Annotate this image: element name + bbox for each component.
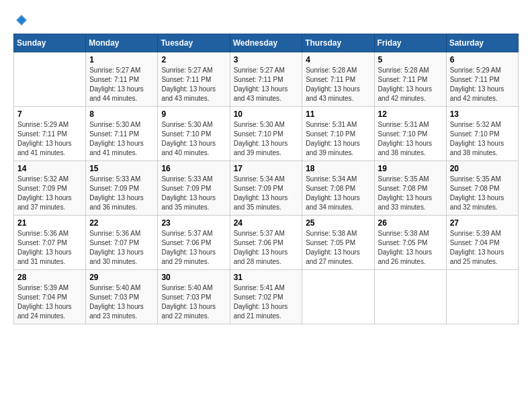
day-info: Sunrise: 5:40 AMSunset: 7:03 PMDaylight:… bbox=[89, 283, 154, 321]
column-header-saturday: Saturday bbox=[446, 34, 518, 52]
day-info: Sunrise: 5:41 AMSunset: 7:02 PMDaylight:… bbox=[234, 283, 299, 321]
calendar-cell: 9 Sunrise: 5:30 AMSunset: 7:10 PMDayligh… bbox=[158, 107, 230, 161]
calendar-cell: 20 Sunrise: 5:35 AMSunset: 7:08 PMDaylig… bbox=[446, 161, 518, 216]
day-info: Sunrise: 5:28 AMSunset: 7:11 PMDaylight:… bbox=[378, 66, 443, 103]
day-info: Sunrise: 5:34 AMSunset: 7:08 PMDaylight:… bbox=[306, 175, 370, 212]
calendar-cell: 6 Sunrise: 5:29 AMSunset: 7:11 PMDayligh… bbox=[446, 52, 518, 107]
day-number: 21 bbox=[17, 218, 82, 228]
day-info: Sunrise: 5:33 AMSunset: 7:09 PMDaylight:… bbox=[161, 175, 226, 212]
day-number: 20 bbox=[450, 164, 515, 173]
calendar-cell: 31 Sunrise: 5:41 AMSunset: 7:02 PMDaylig… bbox=[230, 270, 302, 324]
calendar-cell: 21 Sunrise: 5:36 AMSunset: 7:07 PMDaylig… bbox=[14, 216, 86, 270]
day-number: 2 bbox=[161, 55, 226, 64]
calendar-cell: 5 Sunrise: 5:28 AMSunset: 7:11 PMDayligh… bbox=[374, 52, 446, 107]
day-info: Sunrise: 5:36 AMSunset: 7:07 PMDaylight:… bbox=[17, 229, 82, 267]
calendar-cell: 25 Sunrise: 5:38 AMSunset: 7:05 PMDaylig… bbox=[302, 216, 374, 270]
day-number: 19 bbox=[378, 164, 443, 173]
day-info: Sunrise: 5:37 AMSunset: 7:06 PMDaylight:… bbox=[161, 229, 226, 267]
calendar-cell: 2 Sunrise: 5:27 AMSunset: 7:11 PMDayligh… bbox=[158, 52, 230, 107]
day-number: 1 bbox=[89, 55, 154, 64]
day-info: Sunrise: 5:35 AMSunset: 7:08 PMDaylight:… bbox=[378, 175, 443, 212]
day-info: Sunrise: 5:29 AMSunset: 7:11 PMDaylight:… bbox=[450, 66, 515, 103]
calendar-cell: 14 Sunrise: 5:32 AMSunset: 7:09 PMDaylig… bbox=[14, 161, 86, 216]
day-info: Sunrise: 5:39 AMSunset: 7:04 PMDaylight:… bbox=[17, 283, 82, 321]
calendar-cell: 22 Sunrise: 5:36 AMSunset: 7:07 PMDaylig… bbox=[86, 216, 158, 270]
day-number: 18 bbox=[306, 164, 370, 173]
calendar-cell: 27 Sunrise: 5:39 AMSunset: 7:04 PMDaylig… bbox=[446, 216, 518, 270]
day-number: 23 bbox=[161, 218, 226, 228]
column-header-sunday: Sunday bbox=[14, 34, 86, 52]
column-header-wednesday: Wednesday bbox=[230, 34, 302, 52]
day-info: Sunrise: 5:36 AMSunset: 7:07 PMDaylight:… bbox=[89, 229, 154, 267]
calendar-cell: 24 Sunrise: 5:37 AMSunset: 7:06 PMDaylig… bbox=[230, 216, 302, 270]
calendar-week-row: 28 Sunrise: 5:39 AMSunset: 7:04 PMDaylig… bbox=[14, 270, 519, 324]
calendar-cell: 13 Sunrise: 5:32 AMSunset: 7:10 PMDaylig… bbox=[446, 107, 518, 161]
page-header bbox=[13, 13, 519, 27]
calendar-cell: 11 Sunrise: 5:31 AMSunset: 7:10 PMDaylig… bbox=[302, 107, 374, 161]
day-info: Sunrise: 5:38 AMSunset: 7:05 PMDaylight:… bbox=[306, 229, 370, 267]
day-info: Sunrise: 5:30 AMSunset: 7:10 PMDaylight:… bbox=[161, 120, 226, 158]
logo bbox=[13, 13, 28, 27]
calendar-cell: 29 Sunrise: 5:40 AMSunset: 7:03 PMDaylig… bbox=[86, 270, 158, 324]
day-info: Sunrise: 5:31 AMSunset: 7:10 PMDaylight:… bbox=[306, 120, 370, 158]
calendar-header-row: SundayMondayTuesdayWednesdayThursdayFrid… bbox=[14, 34, 519, 52]
day-info: Sunrise: 5:35 AMSunset: 7:08 PMDaylight:… bbox=[450, 175, 515, 212]
svg-marker-1 bbox=[17, 16, 26, 24]
calendar-table: SundayMondayTuesdayWednesdayThursdayFrid… bbox=[13, 34, 519, 324]
calendar-cell: 3 Sunrise: 5:27 AMSunset: 7:11 PMDayligh… bbox=[230, 52, 302, 107]
column-header-monday: Monday bbox=[86, 34, 158, 52]
calendar-cell: 1 Sunrise: 5:27 AMSunset: 7:11 PMDayligh… bbox=[86, 52, 158, 107]
calendar-cell bbox=[374, 270, 446, 324]
calendar-week-row: 1 Sunrise: 5:27 AMSunset: 7:11 PMDayligh… bbox=[14, 52, 519, 107]
day-number: 24 bbox=[234, 218, 299, 228]
day-number: 6 bbox=[450, 55, 515, 64]
calendar-cell: 10 Sunrise: 5:30 AMSunset: 7:10 PMDaylig… bbox=[230, 107, 302, 161]
calendar-week-row: 7 Sunrise: 5:29 AMSunset: 7:11 PMDayligh… bbox=[14, 107, 519, 161]
day-number: 8 bbox=[89, 109, 154, 119]
calendar-cell: 15 Sunrise: 5:33 AMSunset: 7:09 PMDaylig… bbox=[86, 161, 158, 216]
day-info: Sunrise: 5:27 AMSunset: 7:11 PMDaylight:… bbox=[234, 66, 299, 103]
day-info: Sunrise: 5:31 AMSunset: 7:10 PMDaylight:… bbox=[378, 120, 443, 158]
day-number: 11 bbox=[306, 109, 370, 119]
calendar-cell: 26 Sunrise: 5:38 AMSunset: 7:05 PMDaylig… bbox=[374, 216, 446, 270]
calendar-cell: 23 Sunrise: 5:37 AMSunset: 7:06 PMDaylig… bbox=[158, 216, 230, 270]
column-header-friday: Friday bbox=[374, 34, 446, 52]
day-number: 3 bbox=[234, 55, 299, 64]
calendar-cell: 16 Sunrise: 5:33 AMSunset: 7:09 PMDaylig… bbox=[158, 161, 230, 216]
day-number: 4 bbox=[306, 55, 370, 64]
calendar-cell bbox=[14, 52, 86, 107]
day-number: 30 bbox=[161, 273, 226, 282]
day-info: Sunrise: 5:34 AMSunset: 7:09 PMDaylight:… bbox=[234, 175, 299, 212]
calendar-cell: 4 Sunrise: 5:28 AMSunset: 7:11 PMDayligh… bbox=[302, 52, 374, 107]
day-number: 27 bbox=[450, 218, 515, 228]
day-info: Sunrise: 5:30 AMSunset: 7:10 PMDaylight:… bbox=[234, 120, 299, 158]
calendar-cell bbox=[446, 270, 518, 324]
day-number: 28 bbox=[17, 273, 82, 282]
day-info: Sunrise: 5:37 AMSunset: 7:06 PMDaylight:… bbox=[234, 229, 299, 267]
day-number: 31 bbox=[234, 273, 299, 282]
column-header-thursday: Thursday bbox=[302, 34, 374, 52]
day-info: Sunrise: 5:29 AMSunset: 7:11 PMDaylight:… bbox=[17, 120, 82, 158]
day-info: Sunrise: 5:33 AMSunset: 7:09 PMDaylight:… bbox=[89, 175, 154, 212]
calendar-cell: 12 Sunrise: 5:31 AMSunset: 7:10 PMDaylig… bbox=[374, 107, 446, 161]
day-info: Sunrise: 5:32 AMSunset: 7:10 PMDaylight:… bbox=[450, 120, 515, 158]
day-info: Sunrise: 5:39 AMSunset: 7:04 PMDaylight:… bbox=[450, 229, 515, 267]
calendar-cell: 7 Sunrise: 5:29 AMSunset: 7:11 PMDayligh… bbox=[14, 107, 86, 161]
day-number: 16 bbox=[161, 164, 226, 173]
calendar-cell: 8 Sunrise: 5:30 AMSunset: 7:11 PMDayligh… bbox=[86, 107, 158, 161]
day-number: 13 bbox=[450, 109, 515, 119]
day-number: 12 bbox=[378, 109, 443, 119]
column-header-tuesday: Tuesday bbox=[158, 34, 230, 52]
calendar-cell: 17 Sunrise: 5:34 AMSunset: 7:09 PMDaylig… bbox=[230, 161, 302, 216]
day-info: Sunrise: 5:28 AMSunset: 7:11 PMDaylight:… bbox=[306, 66, 370, 103]
day-info: Sunrise: 5:27 AMSunset: 7:11 PMDaylight:… bbox=[161, 66, 226, 103]
day-info: Sunrise: 5:38 AMSunset: 7:05 PMDaylight:… bbox=[378, 229, 443, 267]
day-info: Sunrise: 5:32 AMSunset: 7:09 PMDaylight:… bbox=[17, 175, 82, 212]
day-info: Sunrise: 5:30 AMSunset: 7:11 PMDaylight:… bbox=[89, 120, 154, 158]
day-number: 25 bbox=[306, 218, 370, 228]
day-number: 29 bbox=[89, 273, 154, 282]
day-number: 10 bbox=[234, 109, 299, 119]
day-number: 5 bbox=[378, 55, 443, 64]
day-number: 22 bbox=[89, 218, 154, 228]
day-number: 7 bbox=[17, 109, 82, 119]
